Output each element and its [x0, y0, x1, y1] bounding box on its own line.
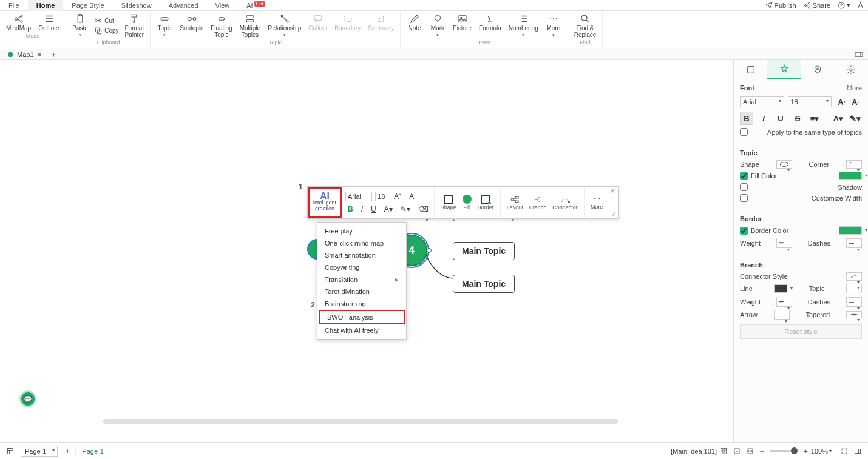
underline-toggle[interactable]: U — [774, 112, 787, 125]
menu-slideshow[interactable]: Slideshow — [113, 0, 160, 11]
share-button[interactable]: Share — [804, 1, 830, 9]
view-fit-width[interactable] — [744, 447, 757, 455]
grow-font-btn[interactable]: A+ — [835, 95, 849, 109]
apply-same-type-check[interactable] — [740, 128, 748, 136]
menu-page-style[interactable]: Page Style — [63, 0, 112, 11]
tab-format[interactable] — [767, 60, 801, 79]
ai-copywriting[interactable]: Copywriting — [317, 261, 406, 273]
mindmap-button[interactable]: MindMap — [2, 12, 35, 33]
expand-toolbar[interactable]: ⤢ — [611, 210, 616, 217]
copy-button[interactable]: Copy — [92, 26, 121, 36]
page-select[interactable]: Page-1 — [21, 446, 58, 457]
bold-btn[interactable]: B — [345, 204, 356, 215]
highlight-btn[interactable]: ✎▾ — [398, 204, 413, 215]
ai-chat-freely[interactable]: Chat with AI freely — [317, 324, 406, 337]
doctab-map1[interactable]: Map1 — [4, 51, 45, 58]
panel-toggle[interactable] — [855, 52, 868, 58]
font-size-combo[interactable]: 18 — [375, 192, 388, 201]
canvas[interactable]: 1 2 4 Main Topic Main Topic AI intellige… — [0, 60, 733, 442]
zoom-out[interactable]: − — [757, 447, 767, 455]
fill-color-swatch[interactable] — [839, 172, 862, 180]
ai-brainstorming[interactable]: Brainstorming — [317, 298, 406, 310]
more-insert-button[interactable]: ⋯More▾ — [542, 12, 565, 39]
shrink-font-btn[interactable]: A- — [849, 95, 862, 109]
boundary-button[interactable]: Boundary — [331, 12, 364, 39]
horizontal-scrollbar[interactable] — [103, 419, 618, 424]
summary-button[interactable]: Summary — [364, 12, 398, 39]
font-color-btn[interactable]: A▾ — [382, 204, 395, 215]
zoom-value[interactable]: 100% — [811, 447, 828, 455]
shape-select[interactable] — [776, 160, 792, 169]
font-color[interactable]: A▾ — [832, 112, 845, 125]
ai-swot-analysis[interactable]: SWOT analysis — [319, 310, 405, 324]
font-family-select[interactable]: Arial — [740, 96, 784, 107]
connector-btn[interactable]: Connector — [549, 193, 581, 212]
menu-file[interactable]: File — [0, 0, 28, 11]
cut-button[interactable]: ✂Cut — [92, 16, 121, 26]
numbering-button[interactable]: Numbering▾ — [505, 12, 542, 39]
font-more[interactable]: More — [847, 84, 862, 92]
topic-button[interactable]: Topic▾ — [153, 12, 176, 39]
menu-advanced[interactable]: Advanced — [160, 0, 207, 11]
shadow-check[interactable] — [740, 183, 748, 191]
main-topic-2[interactable]: Main Topic — [453, 242, 515, 260]
view-fit-page[interactable] — [730, 447, 744, 455]
border-btn[interactable]: Border — [475, 193, 497, 212]
menu-home[interactable]: Home — [28, 0, 64, 11]
format-painter-button[interactable]: Format Painter — [121, 12, 148, 39]
publish-button[interactable]: Publish — [765, 1, 796, 9]
ai-one-click[interactable]: One-click mind map — [317, 237, 406, 249]
branch-btn[interactable]: Branch — [526, 193, 550, 212]
border-color-swatch[interactable] — [839, 226, 862, 235]
add-page[interactable]: ＋ — [61, 446, 74, 455]
underline-btn[interactable]: U — [368, 204, 379, 215]
border-weight-select[interactable]: ━ — [776, 238, 792, 248]
tapered-select[interactable] — [846, 311, 862, 318]
page-list-icon[interactable] — [4, 447, 17, 455]
relationship-button[interactable]: Relationship▾ — [264, 12, 305, 39]
font-family-combo[interactable]: Arial — [345, 192, 372, 201]
connector-style-select[interactable] — [846, 272, 862, 281]
line-color-swatch[interactable] — [774, 284, 787, 293]
node-handle[interactable] — [427, 248, 432, 253]
shape-btn[interactable]: Shape — [438, 193, 459, 212]
reset-style-button[interactable]: Reset style — [740, 324, 862, 339]
callout-button[interactable]: Callout — [305, 12, 331, 39]
fullscreen[interactable] — [838, 447, 851, 455]
font-size-select[interactable]: 18 — [788, 96, 832, 107]
italic-btn[interactable]: I — [359, 204, 365, 215]
fill-color-check[interactable] — [740, 172, 748, 180]
ai-translation[interactable]: Translation▶ — [317, 273, 406, 286]
ai-free-play[interactable]: Free play — [317, 225, 406, 237]
subtopic-button[interactable]: Subtopic — [176, 12, 207, 39]
find-replace-button[interactable]: Find & Replace — [571, 12, 600, 39]
outliner-button[interactable]: Outliner — [35, 12, 63, 33]
shrink-font[interactable]: A- — [407, 191, 418, 202]
new-doc-button[interactable]: ＋ — [50, 49, 58, 60]
branch-weight-select[interactable]: ━ — [776, 297, 792, 307]
picture-button[interactable]: Picture — [449, 12, 475, 39]
zoom-slider[interactable] — [770, 450, 798, 452]
pin-toolbar[interactable]: ⇱ — [611, 188, 616, 195]
tab-settings[interactable] — [835, 60, 868, 79]
branch-topic-select[interactable] — [846, 284, 862, 293]
menu-ai[interactable]: AIHot — [238, 0, 274, 11]
layout-btn[interactable]: Layout — [504, 193, 526, 212]
fill-btn[interactable]: Fill — [459, 193, 475, 212]
chat-fab[interactable]: 💬 — [21, 392, 35, 406]
ai-creation-button[interactable]: AI intelligent creation — [308, 187, 342, 218]
branch-dashes-select[interactable]: ─ — [846, 297, 862, 307]
note-button[interactable]: Note — [403, 12, 426, 39]
corner-select[interactable] — [846, 160, 862, 169]
highlight-color[interactable]: ✎▾ — [849, 112, 862, 125]
view-grid[interactable] — [717, 447, 730, 455]
border-dashes-select[interactable]: ─ — [846, 238, 862, 248]
paste-button[interactable]: Paste▾ — [69, 12, 92, 39]
ai-tarot[interactable]: Tarot divination — [317, 286, 406, 298]
formula-button[interactable]: ΣFormula — [475, 12, 505, 39]
help-button[interactable]: ▾ — [838, 1, 850, 9]
arrow-select[interactable]: ─ — [774, 310, 790, 320]
zoom-in[interactable]: + — [801, 447, 810, 455]
collapse-ribbon[interactable]: ⋀ — [858, 1, 863, 9]
custom-width-check[interactable] — [740, 194, 748, 202]
